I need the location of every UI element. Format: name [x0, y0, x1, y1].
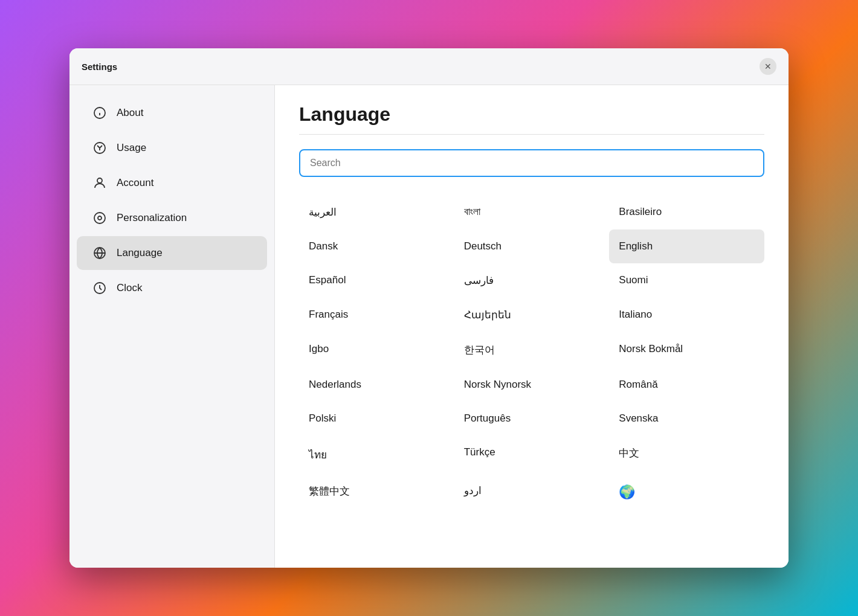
language-item-farsi[interactable]: فارسی	[454, 263, 610, 298]
language-item-polski[interactable]: Polski	[299, 402, 454, 435]
content-area: AboutUsageAccountPersonalizationLanguage…	[69, 85, 789, 568]
language-item-espanol[interactable]: Español	[299, 263, 454, 298]
clock-icon	[91, 280, 108, 297]
sidebar: AboutUsageAccountPersonalizationLanguage…	[69, 85, 275, 568]
sidebar-item-label-language: Language	[117, 247, 163, 259]
search-input[interactable]	[299, 149, 764, 177]
sidebar-item-language[interactable]: Language	[77, 236, 267, 270]
sidebar-item-personalization[interactable]: Personalization	[77, 201, 267, 235]
language-item-portugues[interactable]: Português	[454, 402, 610, 435]
page-title: Language	[299, 103, 764, 135]
window-title: Settings	[82, 62, 117, 72]
account-icon	[91, 175, 108, 191]
sidebar-item-about[interactable]: About	[77, 96, 267, 130]
language-item-thai[interactable]: ไทย	[299, 435, 454, 473]
language-item-turkce[interactable]: Türkçe	[454, 435, 610, 473]
about-icon	[91, 104, 108, 121]
language-item-arabic[interactable]: العربية	[299, 195, 454, 229]
sidebar-item-label-account: Account	[117, 177, 153, 189]
settings-window: Settings ✕ AboutUsageAccountPersonalizat…	[69, 48, 789, 568]
globe-icon: 🌍	[619, 484, 635, 500]
search-container	[299, 149, 764, 177]
close-button[interactable]: ✕	[760, 58, 776, 75]
sidebar-item-label-clock: Clock	[117, 282, 143, 294]
svg-point-2	[97, 178, 102, 183]
sidebar-item-account[interactable]: Account	[77, 166, 267, 200]
language-item-traditional-chinese[interactable]: 繁體中文	[299, 473, 454, 511]
language-item-norsk-nynorsk[interactable]: Norsk Nynorsk	[454, 368, 610, 402]
main-content: Language العربيةবাংলাBrasileiroDanskDeut…	[275, 85, 789, 568]
language-item-nederlands[interactable]: Nederlands	[299, 368, 454, 402]
title-bar: Settings ✕	[69, 48, 789, 85]
language-icon	[91, 245, 108, 261]
language-item-dansk[interactable]: Dansk	[299, 229, 454, 263]
language-item-romana[interactable]: Română	[609, 368, 764, 402]
sidebar-item-label-personalization: Personalization	[117, 212, 187, 224]
sidebar-item-usage[interactable]: Usage	[77, 131, 267, 165]
language-item-suomi[interactable]: Suomi	[609, 263, 764, 298]
language-item-deutsch[interactable]: Deutsch	[454, 229, 610, 263]
language-item-francais[interactable]: Français	[299, 298, 454, 332]
language-item-urdu[interactable]: اردو	[454, 473, 610, 511]
usage-icon	[91, 140, 108, 156]
language-item-svenska[interactable]: Svenska	[609, 402, 764, 435]
personalization-icon	[91, 210, 108, 226]
language-item-globe[interactable]: 🌍	[609, 473, 764, 511]
language-item-norsk-bokmal[interactable]: Norsk Bokmål	[609, 332, 764, 368]
language-grid: العربيةবাংলাBrasileiroDanskDeutschEnglis…	[299, 195, 764, 511]
language-item-igbo[interactable]: Igbo	[299, 332, 454, 368]
language-item-armenian[interactable]: Հայերեն	[454, 298, 610, 332]
sidebar-item-clock[interactable]: Clock	[77, 271, 267, 305]
language-item-bengali[interactable]: বাংলা	[454, 195, 610, 229]
language-item-italiano[interactable]: Italiano	[609, 298, 764, 332]
language-item-chinese-simplified[interactable]: 中文	[609, 435, 764, 473]
language-item-english[interactable]: English	[609, 229, 764, 263]
sidebar-item-label-usage: Usage	[117, 142, 146, 154]
svg-point-3	[94, 213, 105, 223]
svg-point-4	[98, 216, 102, 220]
language-item-korean[interactable]: 한국어	[454, 332, 610, 368]
sidebar-item-label-about: About	[117, 107, 143, 119]
language-item-brasileiro[interactable]: Brasileiro	[609, 195, 764, 229]
